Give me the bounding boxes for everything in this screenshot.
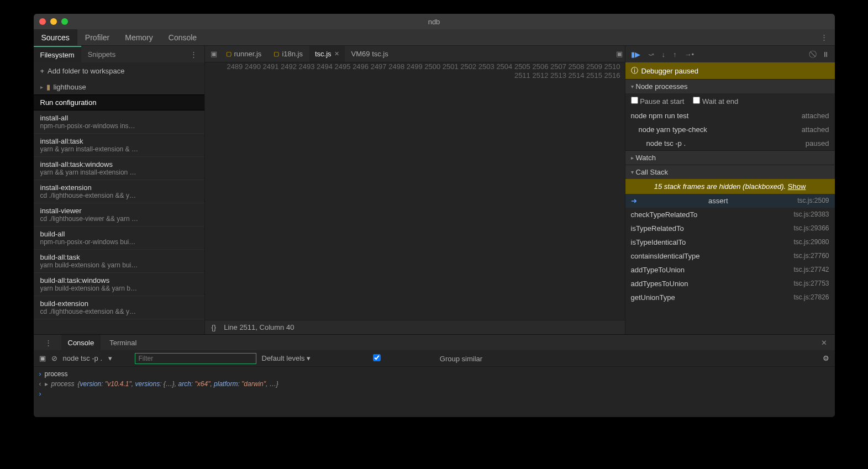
window-controls: [39, 18, 68, 25]
folder-lighthouse[interactable]: ▸ ▮ lighthouse: [34, 80, 204, 94]
console-result-type: process: [51, 380, 75, 388]
navigator-panel: Filesystem Snippets ⋮ + Add folder to wo…: [34, 46, 205, 334]
call-stack-frames: asserttsc.js:2509checkTypeRelatedTotsc.j…: [625, 194, 835, 334]
console-input-echo: process: [45, 370, 68, 378]
folder-icon: ▮: [46, 83, 50, 91]
minimize-window-button[interactable]: [50, 18, 57, 25]
step-into-icon[interactable]: ↓: [662, 50, 666, 59]
debugger-paused-banner: ⓘ Debugger paused: [625, 62, 835, 79]
process-item[interactable]: node npm run testattached: [625, 109, 835, 123]
code-editor[interactable]: 2489 2490 2491 2492 2493 2494 2495 2496 …: [205, 62, 625, 320]
subtab-filesystem[interactable]: Filesystem: [34, 46, 81, 62]
tab-console[interactable]: Console: [161, 29, 204, 45]
check-label: Pause at start: [640, 97, 684, 106]
tab-sources[interactable]: Sources: [34, 29, 77, 45]
script-build-all:task:windows[interactable]: build-all:task:windowsyarn build-extensi…: [34, 273, 204, 296]
console-output[interactable]: ›process ‹▸process {version: "v10.4.1", …: [34, 367, 835, 417]
subtab-snippets[interactable]: Snippets: [81, 46, 123, 62]
js-file-icon: ▢: [226, 50, 232, 57]
navigator-more-icon[interactable]: ⋮: [183, 50, 204, 59]
js-file-icon: ▢: [273, 50, 279, 57]
cursor-position: Line 2511, Column 40: [224, 323, 294, 331]
console-settings-icon[interactable]: ⚙: [823, 354, 829, 362]
nav-toggle-icon[interactable]: ▣: [208, 50, 219, 58]
console-sidebar-icon[interactable]: ▣: [39, 354, 46, 362]
stack-frame[interactable]: addTypesToUniontsc.js:27753: [625, 277, 835, 291]
filetab-i18n[interactable]: ▢i18n.js: [268, 46, 308, 62]
filetab-tsc[interactable]: tsc.js✕: [309, 46, 345, 62]
pretty-print-icon[interactable]: {}: [212, 323, 217, 331]
filetab-label: tsc.js: [315, 50, 332, 58]
clear-console-icon[interactable]: ⊘: [51, 354, 57, 362]
console-filter-input[interactable]: [135, 353, 256, 364]
folder-label: lighthouse: [54, 83, 86, 91]
drawer-menu-icon[interactable]: ⋮: [38, 339, 59, 347]
context-select[interactable]: node tsc -p . ▾: [63, 354, 129, 362]
script-install-all[interactable]: install-allnpm-run-posix-or-windows ins…: [34, 110, 204, 134]
script-install-extension[interactable]: install-extensioncd ./lighthouse-extensi…: [34, 180, 204, 203]
run-configuration-header: Run configuration: [34, 94, 204, 110]
blackbox-show-link[interactable]: Show: [788, 182, 806, 191]
filetab-vm69[interactable]: VM69 tsc.js: [346, 46, 394, 62]
show-nav-icon[interactable]: ▣: [614, 50, 625, 58]
script-install-all:task[interactable]: install-all:taskyarn & yarn install-exte…: [34, 134, 204, 157]
process-item[interactable]: node tsc -p .paused: [625, 136, 835, 150]
main-tabbar: Sources Profiler Memory Console ⋮: [34, 29, 835, 46]
step-out-icon[interactable]: ↑: [673, 50, 677, 59]
expand-icon[interactable]: ▸: [45, 380, 48, 388]
stack-frame[interactable]: addTypeToUniontsc.js:27742: [625, 263, 835, 277]
script-build-all:task[interactable]: build-all:taskyarn build-extension & yar…: [34, 250, 204, 273]
script-build-all[interactable]: build-allnpm-run-posix-or-windows bui…: [34, 226, 204, 250]
filetab-label: i18n.js: [282, 50, 303, 58]
scripts-list: install-allnpm-run-posix-or-windows ins……: [34, 110, 204, 334]
stack-frame[interactable]: isTypeIdenticalTotsc.js:29080: [625, 235, 835, 249]
pause-exceptions-icon[interactable]: ⏸: [822, 50, 829, 59]
filetab-runner[interactable]: ▢runner.js: [220, 46, 267, 62]
add-folder-label: Add folder to workspace: [48, 67, 124, 75]
script-install-viewer[interactable]: install-viewercd ./lighthouse-viewer && …: [34, 203, 204, 226]
drawer-tab-console[interactable]: Console: [61, 335, 101, 350]
stack-frame[interactable]: isTypeRelatedTotsc.js:29366: [625, 222, 835, 235]
group-similar-checkbox[interactable]: Group similar: [316, 354, 482, 363]
console-result[interactable]: {version: "v10.4.1", versions: {…}, arch…: [78, 380, 278, 388]
stack-frame[interactable]: asserttsc.js:2509: [625, 194, 835, 208]
titlebar: ndb: [34, 14, 835, 29]
tab-profiler[interactable]: Profiler: [77, 29, 117, 45]
drawer-panel: ⋮ Console Terminal ✕ ▣ ⊘ node tsc -p . ▾…: [34, 334, 835, 417]
section-node-processes[interactable]: Node processes: [625, 79, 835, 93]
close-window-button[interactable]: [39, 18, 46, 25]
section-call-stack[interactable]: Call Stack: [625, 165, 835, 179]
file-tabbar: ▣ ▢runner.js ▢i18n.js tsc.js✕ VM69 tsc.j…: [205, 46, 625, 62]
stack-frame[interactable]: containsIdenticalTypetsc.js:27760: [625, 249, 835, 263]
app-window: ndb Sources Profiler Memory Console ⋮ Fi…: [34, 14, 835, 417]
script-install-all:task:windows[interactable]: install-all:task:windowsyarn && yarn ins…: [34, 157, 204, 180]
console-toolbar: ▣ ⊘ node tsc -p . ▾ Default levels ▾ Gro…: [34, 350, 835, 367]
editor-statusbar: {} Line 2511, Column 40: [205, 320, 625, 334]
window-title: ndb: [428, 18, 440, 26]
wait-at-end-checkbox[interactable]: Wait at end: [693, 97, 738, 106]
process-item[interactable]: node yarn type-checkattached: [625, 123, 835, 136]
line-gutter: 2489 2490 2491 2492 2493 2494 2495 2496 …: [205, 62, 625, 320]
add-folder-button[interactable]: + Add folder to workspace: [34, 62, 204, 80]
tab-memory[interactable]: Memory: [117, 29, 161, 45]
step-icon[interactable]: →•: [685, 50, 695, 59]
more-menu-icon[interactable]: ⋮: [814, 33, 835, 41]
close-tab-icon[interactable]: ✕: [334, 50, 339, 57]
section-label: Node processes: [636, 82, 688, 91]
filetab-label: VM69 tsc.js: [351, 50, 388, 58]
step-over-icon[interactable]: ⤻: [648, 50, 654, 59]
debugger-panel: ▮▶ ⤻ ↓ ↑ →• ⃠ ⏸ ⓘ Debugger paused Node p…: [625, 46, 835, 334]
resume-icon[interactable]: ▮▶: [631, 50, 640, 59]
stack-frame[interactable]: checkTypeRelatedTotsc.js:29383: [625, 208, 835, 222]
script-build-extension[interactable]: build-extensioncd ./lighthouse-extension…: [34, 296, 204, 319]
log-levels-select[interactable]: Default levels ▾: [262, 354, 311, 362]
section-label: Watch: [636, 154, 656, 162]
drawer-tab-terminal[interactable]: Terminal: [103, 335, 143, 350]
blackbox-banner: 15 stack frames are hidden (blackboxed).…: [625, 179, 835, 194]
zoom-window-button[interactable]: [61, 18, 68, 25]
section-watch[interactable]: Watch: [625, 150, 835, 165]
stack-frame[interactable]: getUnionTypetsc.js:27826: [625, 291, 835, 304]
close-drawer-icon[interactable]: ✕: [818, 339, 830, 347]
editor-panel: ▣ ▢runner.js ▢i18n.js tsc.js✕ VM69 tsc.j…: [205, 46, 625, 334]
pause-at-start-checkbox[interactable]: Pause at start: [631, 97, 685, 106]
